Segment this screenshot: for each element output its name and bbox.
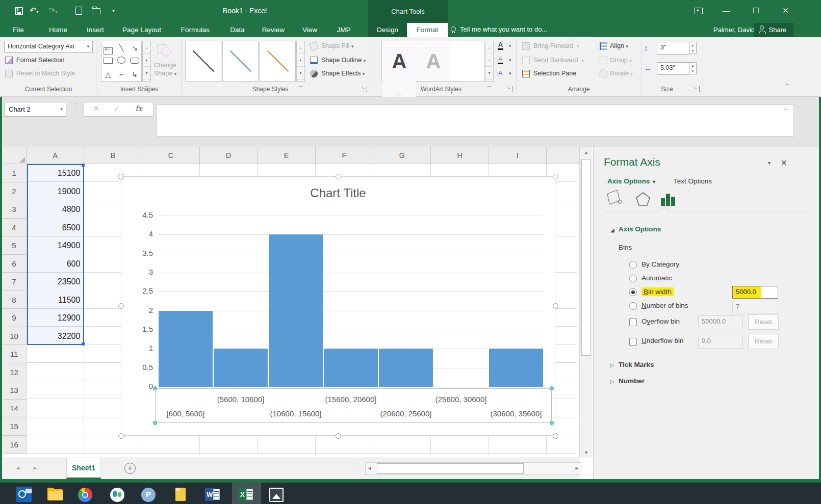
- shape-height-input[interactable]: 3": [657, 42, 689, 55]
- size-dialog-launcher[interactable]: ↘: [694, 86, 700, 92]
- line-shape-icon[interactable]: ╲: [115, 41, 128, 55]
- shapes-gallery[interactable]: A≡ ╲ ↘ △ ⌐ ↳: [101, 41, 142, 82]
- row-header-8[interactable]: 8: [2, 291, 27, 309]
- text-outline-icon[interactable]: A: [498, 56, 503, 64]
- sheet-tab-sheet1[interactable]: Sheet1: [66, 458, 101, 479]
- row-header-9[interactable]: 9: [2, 309, 27, 327]
- shape-styles-scrollbar[interactable]: ▴▾▾—: [296, 41, 305, 82]
- chart-selection-handle[interactable]: [553, 433, 558, 439]
- histogram-bar-7[interactable]: [489, 349, 543, 387]
- tab-home[interactable]: Home: [43, 23, 73, 37]
- section-axis-options[interactable]: Axis Options: [619, 225, 661, 233]
- height-spinner[interactable]: ▴▾: [689, 42, 697, 54]
- pane-close-icon[interactable]: ✕: [781, 158, 787, 168]
- shape-styles-dialog-launcher[interactable]: ↘: [361, 86, 367, 92]
- tab-design[interactable]: Design: [368, 23, 407, 37]
- wordart-style-2[interactable]: A: [417, 42, 450, 81]
- radio-automatic[interactable]: [629, 275, 637, 282]
- rectangle-shape-icon[interactable]: [101, 55, 115, 68]
- format-selection-button[interactable]: Format Selection: [16, 57, 64, 64]
- outlook-icon[interactable]: [16, 487, 33, 504]
- namebox-splitter-icon[interactable]: ⋮: [73, 104, 80, 108]
- selection-pane-button[interactable]: Selection Pane: [533, 70, 576, 77]
- radio-by-category[interactable]: [629, 261, 637, 269]
- by-category-label[interactable]: By Category: [642, 260, 679, 268]
- add-sheet-button[interactable]: +: [124, 463, 136, 474]
- elbow-arrow-shape-icon[interactable]: ↳: [128, 68, 141, 81]
- row-header-13[interactable]: 13: [2, 381, 27, 400]
- row-header-4[interactable]: 4: [2, 219, 27, 237]
- tell-me-box[interactable]: Tell me what you want to do...: [460, 23, 593, 37]
- share-button[interactable]: Share: [754, 23, 793, 37]
- row-header-14[interactable]: 14: [2, 400, 27, 418]
- scroll-left-icon[interactable]: ◂: [368, 465, 371, 471]
- align-button[interactable]: Align ▾: [610, 42, 628, 49]
- row-header-15[interactable]: 15: [2, 417, 27, 436]
- chart-selection-handle[interactable]: [553, 303, 558, 309]
- tab-insert[interactable]: Insert: [81, 23, 110, 37]
- open-folder-icon[interactable]: [92, 8, 100, 14]
- pane-options-dropdown-icon[interactable]: ▾: [768, 160, 771, 166]
- column-header-partial[interactable]: [547, 147, 579, 164]
- tab-file[interactable]: File: [6, 23, 31, 37]
- excel-icon[interactable]: X: [238, 487, 254, 504]
- horizontal-scrollbar[interactable]: ◂ ▸: [365, 462, 581, 475]
- tab-format[interactable]: Format: [407, 23, 448, 37]
- chart-selection-handle[interactable]: [336, 174, 341, 179]
- row-header-11[interactable]: 11: [2, 345, 27, 363]
- tab-view[interactable]: View: [296, 23, 324, 37]
- scroll-up-icon[interactable]: ▴: [580, 149, 593, 155]
- radio-bin-width[interactable]: [629, 288, 637, 296]
- fill-line-icon[interactable]: [608, 192, 619, 205]
- new-file-icon[interactable]: [75, 7, 82, 15]
- column-header-D[interactable]: D: [200, 147, 258, 164]
- minimize-button[interactable]: —: [715, 6, 738, 15]
- close-button[interactable]: ✕: [774, 6, 797, 15]
- chart-element-selector[interactable]: Horizontal Category Axi ▾: [4, 41, 93, 52]
- automatic-label[interactable]: Automatic: [642, 274, 672, 282]
- axis-selection-handle[interactable]: [550, 386, 554, 390]
- skype-icon[interactable]: [110, 487, 126, 504]
- axis-selection-handle[interactable]: [153, 421, 157, 425]
- expand-formula-bar-icon[interactable]: ⌃: [783, 108, 788, 113]
- chart[interactable]: Chart Title 00.511.522.533.544.5 [600, 5…: [121, 176, 555, 436]
- chart-selection-handle[interactable]: [336, 433, 341, 439]
- overflow-bin-checkbox[interactable]: [629, 319, 637, 326]
- number-collapsed-icon[interactable]: ▷: [610, 379, 614, 384]
- chart-selection-handle[interactable]: [553, 174, 558, 179]
- name-box[interactable]: Chart 2 ▾: [4, 102, 66, 117]
- chart-title[interactable]: Chart Title: [121, 186, 555, 200]
- effects-icon[interactable]: [635, 192, 651, 209]
- text-effects-icon[interactable]: A: [498, 70, 503, 77]
- arrow-shape-icon[interactable]: ↘: [128, 41, 141, 55]
- maximize-button[interactable]: ☐: [745, 6, 767, 15]
- chrome-icon[interactable]: [78, 487, 94, 504]
- elbow-shape-icon[interactable]: ⌐: [115, 68, 128, 81]
- axis-selection-handle[interactable]: [153, 386, 157, 390]
- tab-page-layout[interactable]: Page Layout: [116, 23, 167, 37]
- rounded-rect-shape-icon[interactable]: [128, 55, 141, 68]
- tab-text-options[interactable]: Text Options: [674, 177, 712, 185]
- oval-shape-icon[interactable]: [115, 55, 128, 68]
- shape-width-input[interactable]: 5.03": [657, 62, 689, 75]
- next-sheet-icon[interactable]: ▸: [34, 464, 37, 471]
- histogram-bar-4[interactable]: [324, 349, 378, 387]
- histogram-bar-5[interactable]: [379, 349, 433, 387]
- row-header-16[interactable]: 16: [2, 436, 27, 454]
- row-header-10[interactable]: 10: [2, 327, 27, 346]
- row-header-3[interactable]: 3: [2, 200, 27, 219]
- radio-number-of-bins[interactable]: [629, 302, 637, 310]
- tabbar-splitter-icon[interactable]: ⋮: [355, 463, 361, 467]
- shape-effects-button[interactable]: Shape Effects ▾: [321, 70, 365, 77]
- bin-width-input[interactable]: 5000.0: [732, 286, 778, 299]
- textbox-shape-icon[interactable]: A≡: [101, 41, 115, 55]
- wordart-scrollbar[interactable]: ▴▾▾—: [485, 41, 494, 82]
- chart-selection-handle[interactable]: [118, 174, 124, 179]
- underflow-bin-label[interactable]: Underflow bin: [642, 337, 684, 344]
- vertical-scroll-thumb[interactable]: [581, 159, 591, 356]
- overflow-bin-label[interactable]: Overflow bin: [642, 317, 680, 325]
- contact-icon[interactable]: P: [141, 487, 158, 504]
- wordart-dialog-launcher[interactable]: ↘: [507, 86, 513, 92]
- column-header-G[interactable]: G: [373, 147, 431, 164]
- select-all-corner[interactable]: [2, 147, 27, 164]
